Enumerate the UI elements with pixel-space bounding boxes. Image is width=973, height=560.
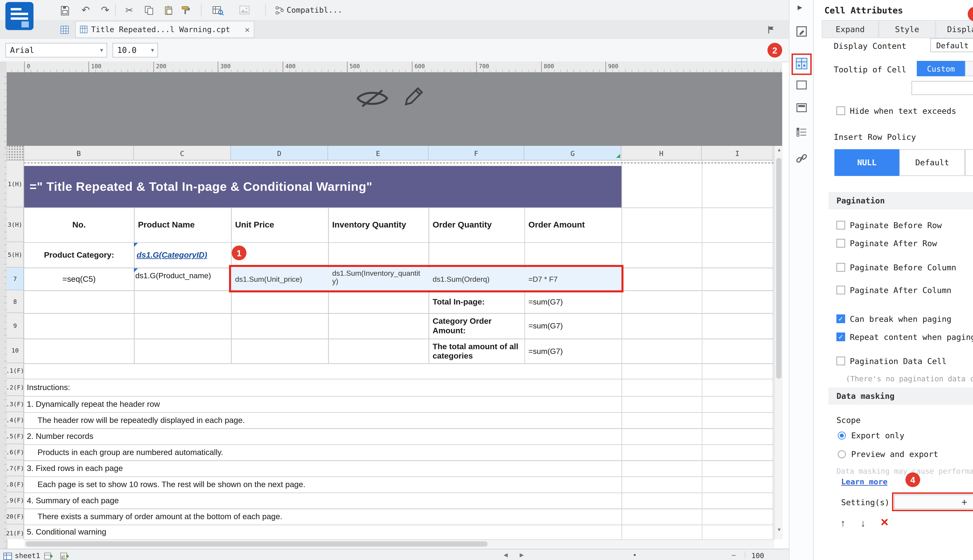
row-header[interactable]: .5(F) [7,428,24,444]
instructions-title-cell[interactable]: Instructions: [24,379,426,396]
instruction-line[interactable]: Each page is set to show 10 rows. The re… [24,477,627,493]
row-header[interactable]: .4(F) [7,412,24,428]
category-label-cell[interactable]: Product Category: [24,242,134,268]
select-all-corner[interactable] [7,146,24,161]
instruction-line[interactable]: 2. Number records [24,428,627,444]
display-content-select[interactable]: Default ▾ [930,38,973,52]
summary-label-cell[interactable]: Category Order Amount: [428,313,524,338]
row-header[interactable]: 10 [7,338,24,363]
row-header[interactable]: .2(F) [7,379,24,396]
column-header-h[interactable]: H [622,146,702,161]
column-header-g[interactable]: G [525,146,622,161]
policy-default-button[interactable]: Default [899,149,965,176]
row-header[interactable]: 3(H) [7,207,24,242]
table-search-icon[interactable] [211,3,225,18]
row-header[interactable]: .3(F) [7,396,24,412]
vertical-scroll-thumb[interactable] [776,158,781,378]
checkbox-paginate-after-column[interactable] [836,286,845,294]
sheet-tab-label[interactable]: sheet1 [15,551,40,559]
report-grid-icon[interactable] [60,25,69,37]
redo-icon[interactable]: ↷ [98,3,112,18]
tooltip-input[interactable] [911,81,973,95]
compatibility-icon[interactable] [272,3,287,18]
header-cell-order-amount[interactable]: Order Amount [525,207,622,242]
edit-pencil-icon[interactable] [403,85,425,112]
column-header-d[interactable]: D [231,146,328,161]
widget-settings-icon[interactable] [796,25,807,40]
column-header-f[interactable]: F [428,146,524,161]
summary-label-cell[interactable]: The total amount of all categories [428,338,524,363]
row-header[interactable]: 7 [7,268,24,290]
summary-formula-cell[interactable]: =sum(G7) [525,290,622,313]
column-header-e[interactable]: E [328,146,428,161]
font-size-select[interactable]: 10.0 ▾ [112,43,158,58]
compatibility-label[interactable]: Compatibl... [287,5,342,15]
learn-more-link[interactable]: Learn more [841,477,888,486]
move-up-icon[interactable]: ↑ [841,517,846,528]
tab-close-icon[interactable]: × [245,25,250,35]
page-nav-right-icon[interactable]: ▶ [520,552,524,558]
checkbox-paginate-before-row[interactable] [836,221,845,230]
row-header[interactable]: .1(F) [7,363,24,378]
radio-export-only[interactable] [838,432,846,440]
instruction-line[interactable]: 3. Fixed rows in each page [24,460,627,477]
product-formula-cell[interactable]: ds1.G(Product_name) [135,268,230,290]
move-down-icon[interactable]: ↓ [861,517,866,528]
copy-icon[interactable] [141,3,156,18]
tab-style[interactable]: Style [879,20,936,38]
delete-setting-icon[interactable]: × [881,515,888,530]
cut-icon[interactable]: ✂ [122,3,137,18]
data-masking-section-header[interactable]: Data masking ▾ [828,387,973,405]
tooltip-custom-button[interactable]: Custom [917,61,965,76]
horizontal-scrollbar[interactable] [24,539,774,548]
report-title-cell[interactable]: =" Title Repeated & Total In-page & Cond… [24,166,622,207]
font-family-select[interactable]: Arial ▾ [5,43,107,58]
zoom-value[interactable]: 100 [751,551,764,559]
instruction-line[interactable]: Products in each group are numbered auto… [24,444,627,460]
row-header[interactable]: 21(F) [7,525,24,539]
header-cell-product-name[interactable]: Product Name [134,207,231,242]
scroll-up-icon[interactable]: ▲ [775,147,784,152]
vertical-scrollbar[interactable]: ▲ ▼ [774,146,783,539]
row-header[interactable]: 1(H) [7,161,24,207]
column-header-c[interactable]: C [134,146,231,161]
horizontal-scroll-thumb[interactable] [25,541,488,547]
row-header[interactable]: 20(F) [7,508,24,525]
checkbox-repeat-content-when-paging[interactable]: ✓ [836,332,845,341]
checkbox-paginate-before-column[interactable] [836,263,845,272]
save-icon[interactable] [58,3,72,18]
checkbox-pagination-data-cell[interactable] [836,357,845,365]
row-header[interactable]: 9 [7,313,24,338]
float-element-icon[interactable] [796,103,807,115]
checkbox-hide-when-text-exceeds[interactable] [836,107,845,115]
paste-icon[interactable] [161,3,176,18]
instruction-line[interactable]: There exists a summary of order amount a… [24,508,627,525]
insert-chart-sheet-icon[interactable] [60,551,69,560]
tab-expand[interactable]: Expand [822,20,879,38]
pagination-section-header[interactable]: Pagination ▾ [828,192,973,209]
policy-null-button[interactable]: NULL [834,149,899,176]
summary-formula-cell[interactable]: =sum(G7) [525,338,622,363]
row-header[interactable]: .9(F) [7,493,24,509]
instruction-line[interactable]: 1. Dynamically repeat the header row [24,396,627,412]
report-flag-icon[interactable] [767,25,775,37]
header-cell-no[interactable]: No. [24,207,134,242]
column-header-b[interactable]: B [24,146,134,161]
checkbox-can-break-when-paging[interactable]: ✓ [836,314,845,323]
condition-attributes-icon[interactable] [796,127,807,139]
page-nav-left-icon[interactable]: ◀ [503,552,508,558]
instruction-line[interactable]: 4. Summary of each page [24,493,627,509]
row-header[interactable]: 5(H) [7,242,24,268]
policy-original-button[interactable]: Original [965,149,973,176]
row-header[interactable]: .6(F) [7,444,24,460]
row-header[interactable]: .7(F) [7,460,24,477]
tooltip-cell-value-button[interactable]: Cell Value [965,61,973,76]
radio-preview-and-export[interactable] [838,450,846,458]
format-painter-icon[interactable] [178,3,193,18]
instruction-line[interactable]: 5. Conditional warning [24,525,627,539]
scroll-down-icon[interactable]: ▼ [775,527,784,532]
header-cell-unit-price[interactable]: Unit Price [231,207,328,242]
zoom-out-icon[interactable]: − [731,551,736,560]
seq-formula-cell[interactable]: =seq(C5) [24,268,134,290]
summary-label-cell[interactable]: Total In-page: [428,290,524,313]
